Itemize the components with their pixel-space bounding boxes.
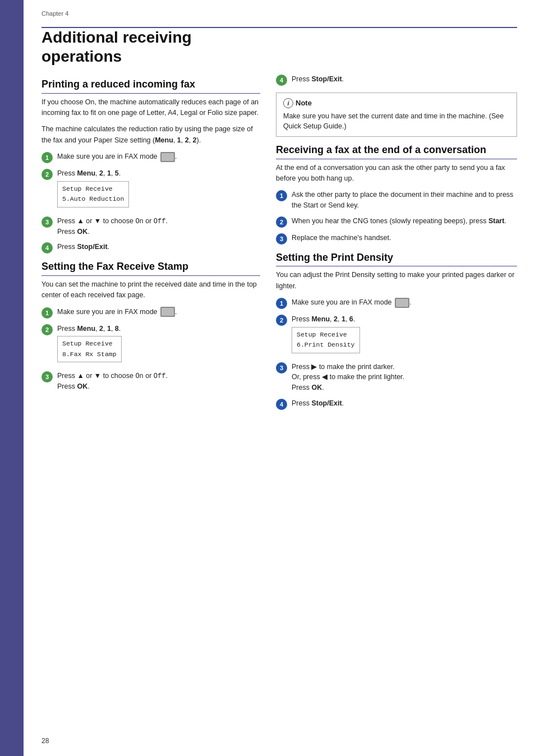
step-text-r2: When you hear the CNG tones (slowly repe… [292, 216, 517, 227]
step-circle-pd1: 1 [276, 298, 287, 309]
section-printing-reduced-title: Printing a reduced incoming fax [41, 78, 260, 94]
step-circle-r4: 4 [276, 75, 287, 86]
step-text-4: Press Stop/Exit. [57, 242, 260, 252]
step-circle-r3: 3 [276, 233, 287, 245]
step-item: 3 Press ▲ or ▼ to choose On or Off.Press… [41, 216, 260, 237]
step-item: 2 Press Menu, 2, 1, 6. Setup Receive6.Pr… [276, 314, 517, 357]
step-circle-3: 3 [41, 216, 53, 228]
page-title: Additional receiving operations [41, 28, 260, 66]
step-text-r3: Replace the machine's handset. [292, 233, 517, 243]
step-text-pd1: Make sure you are in FAX mode . [292, 297, 517, 308]
step-text-pd2: Press Menu, 2, 1, 6. Setup Receive6.Prin… [292, 314, 517, 357]
stop-exit-step-list: 4 Press Stop/Exit. [276, 74, 517, 86]
step-item: 2 Press Menu, 2, 1, 8. Setup Receive8.Fa… [41, 324, 260, 366]
left-sidebar [0, 0, 24, 756]
step-item: 2 Press Menu, 2, 1, 5. Setup Receive5.Au… [41, 168, 260, 211]
section-print-density-title: Setting the Print Density [276, 251, 517, 267]
page: Chapter 4 Additional receiving operation… [0, 0, 535, 756]
printing-reduced-steps: 1 Make sure you are in FAX mode . 2 Pres… [41, 151, 260, 253]
step-item: 1 Ask the other party to place the docum… [276, 190, 517, 211]
step-item: 4 Press Stop/Exit. [276, 74, 517, 86]
step-circle-pd4: 4 [276, 399, 287, 410]
chapter-label: Chapter 4 [41, 10, 517, 17]
step-circle-r2: 2 [276, 216, 287, 228]
step-text-3: Press ▲ or ▼ to choose On or Off.Press O… [57, 216, 260, 237]
step-text-s2: Press Menu, 2, 1, 8. Setup Receive8.Fax … [57, 324, 260, 366]
step-circle-4: 4 [41, 242, 53, 253]
col-left: Additional receiving operations Printing… [41, 28, 260, 417]
step-item: 3 Press ▲ or ▼ to choose On or Off.Press… [41, 371, 260, 392]
step-text-r1: Ask the other party to place the documen… [292, 190, 517, 211]
receiving-fax-steps: 1 Ask the other party to place the docum… [276, 190, 517, 245]
step-circle-2: 2 [41, 169, 53, 180]
note-box: i Note Make sure you have set the curren… [276, 93, 517, 137]
step-circle-s1: 1 [41, 307, 53, 319]
note-icon: i [283, 98, 293, 108]
code-box-1: Setup Receive5.Auto Reduction [57, 181, 129, 208]
step-item: 4 Press Stop/Exit. [41, 242, 260, 253]
step-circle-pd3: 3 [276, 362, 287, 374]
printing-reduced-para2: The machine calculates the reduction rat… [41, 124, 260, 146]
section-receiving-fax-title: Receiving a fax at the end of a conversa… [276, 144, 517, 159]
stop-exit-area: 4 Press Stop/Exit. i Note Make sure you … [276, 74, 517, 137]
step-text-2: Press Menu, 2, 1, 5. Setup Receive5.Auto… [57, 168, 260, 211]
print-density-steps: 1 Make sure you are in FAX mode . 2 Pres… [276, 297, 517, 410]
step-text-pd4: Press Stop/Exit. [292, 398, 517, 409]
content-area: Chapter 4 Additional receiving operation… [24, 0, 535, 756]
receiving-fax-para: At the end of a conversation you can ask… [276, 163, 517, 185]
step-circle-s3: 3 [41, 371, 53, 382]
step-circle-pd2: 2 [276, 315, 287, 326]
code-box-stamp: Setup Receive8.Fax Rx Stamp [57, 336, 122, 362]
step-text-s1: Make sure you are in FAX mode . [57, 307, 260, 317]
step-item: 3 Press ▶ to make the print darker.Or, p… [276, 362, 517, 393]
step-text-r4: Press Stop/Exit. [292, 74, 517, 85]
section-fax-stamp-title: Setting the Fax Receive Stamp [41, 260, 260, 276]
step-text-pd3: Press ▶ to make the print darker.Or, pre… [292, 362, 517, 393]
note-header: i Note [283, 98, 510, 109]
printing-reduced-para1: If you choose On, the machine automatica… [41, 97, 260, 119]
page-number: 28 [41, 737, 49, 745]
step-circle-s2: 2 [41, 324, 53, 335]
step-item: 3 Replace the machine's handset. [276, 233, 517, 245]
step-text-1: Make sure you are in FAX mode . [57, 151, 260, 162]
step-item: 1 Make sure you are in FAX mode . [41, 307, 260, 319]
step-circle-r1: 1 [276, 190, 287, 201]
step-circle-1: 1 [41, 152, 53, 163]
code-box-density: Setup Receive6.Print Density [292, 327, 360, 353]
step-item: 4 Press Stop/Exit. [276, 398, 517, 410]
step-text-s3: Press ▲ or ▼ to choose On or Off.Press O… [57, 371, 260, 392]
print-density-para: You can adjust the Print Density setting… [276, 270, 517, 292]
step-item: 2 When you hear the CNG tones (slowly re… [276, 216, 517, 228]
step-item: 1 Make sure you are in FAX mode . [41, 151, 260, 163]
note-text: Make sure you have set the current date … [283, 112, 504, 131]
fax-stamp-para: You can set the machine to print the rec… [41, 279, 260, 301]
note-title: Note [296, 98, 312, 109]
two-col-layout: Additional receiving operations Printing… [41, 28, 517, 417]
fax-stamp-steps: 1 Make sure you are in FAX mode . 2 Pres… [41, 307, 260, 392]
step-item: 1 Make sure you are in FAX mode . [276, 297, 517, 309]
col-right: 4 Press Stop/Exit. i Note Make sure you … [276, 28, 517, 417]
